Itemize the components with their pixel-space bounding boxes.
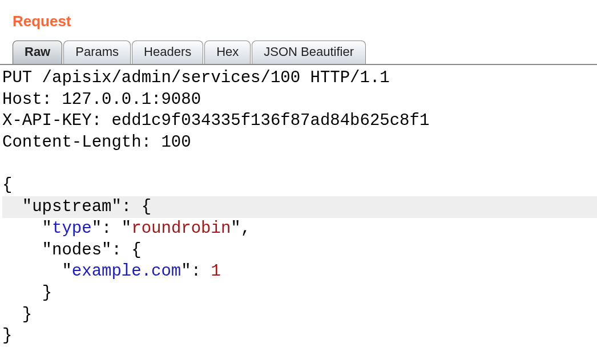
json-brace-open: { bbox=[2, 176, 12, 195]
json-key-nodes: nodes bbox=[52, 241, 102, 260]
json-type-value: roundrobin bbox=[131, 219, 231, 238]
json-nodes-open: : { bbox=[111, 241, 141, 260]
json-upstream-row: "upstream": { bbox=[2, 196, 597, 218]
content-area: PUT /apisix/admin/services/100 HTTP/1.1 … bbox=[0, 64, 597, 347]
json-key-type: type bbox=[52, 219, 92, 238]
content-length-value: 100 bbox=[161, 133, 191, 152]
api-key-value: edd1c9f034335f136f87ad84b625c8f1 bbox=[111, 111, 429, 130]
json-example-value: 1 bbox=[211, 262, 220, 281]
json-upstream-open: : { bbox=[122, 197, 151, 216]
tab-params[interactable]: Params bbox=[63, 41, 131, 64]
json-key-upstream: upstream bbox=[32, 197, 111, 216]
request-start-line: PUT /apisix/admin/services/100 HTTP/1.1 bbox=[2, 68, 390, 87]
json-type-comma: , bbox=[241, 219, 251, 238]
api-key-header: X-API-KEY: edd1c9f034335f136f87ad84b625c… bbox=[2, 111, 429, 130]
panel-title: Request bbox=[0, 0, 597, 30]
content-length-header: Content-Length: 100 bbox=[2, 133, 191, 152]
raw-request-body[interactable]: PUT /apisix/admin/services/100 HTTP/1.1 … bbox=[0, 65, 597, 347]
tab-headers[interactable]: Headers bbox=[132, 41, 203, 64]
host-header: Host: 127.0.0.1:9080 bbox=[2, 90, 201, 109]
json-example-sep: : bbox=[191, 262, 211, 281]
tab-hex[interactable]: Hex bbox=[204, 41, 251, 64]
tab-raw[interactable]: Raw bbox=[13, 41, 62, 64]
json-key-example: example.com bbox=[72, 262, 181, 281]
json-type-sep: : bbox=[102, 219, 122, 238]
json-upstream-close: } bbox=[22, 305, 32, 324]
tab-bar: Raw Params Headers Hex JSON Beautifier bbox=[13, 41, 597, 64]
json-nodes-close: } bbox=[42, 284, 52, 302]
host-value: 127.0.0.1:9080 bbox=[62, 90, 201, 109]
api-key-label: X-API-KEY: bbox=[2, 111, 111, 130]
tab-json-beautifier[interactable]: JSON Beautifier bbox=[252, 41, 366, 64]
host-label: Host: bbox=[2, 90, 62, 109]
content-length-label: Content-Length: bbox=[2, 133, 161, 152]
json-brace-close: } bbox=[2, 326, 12, 345]
